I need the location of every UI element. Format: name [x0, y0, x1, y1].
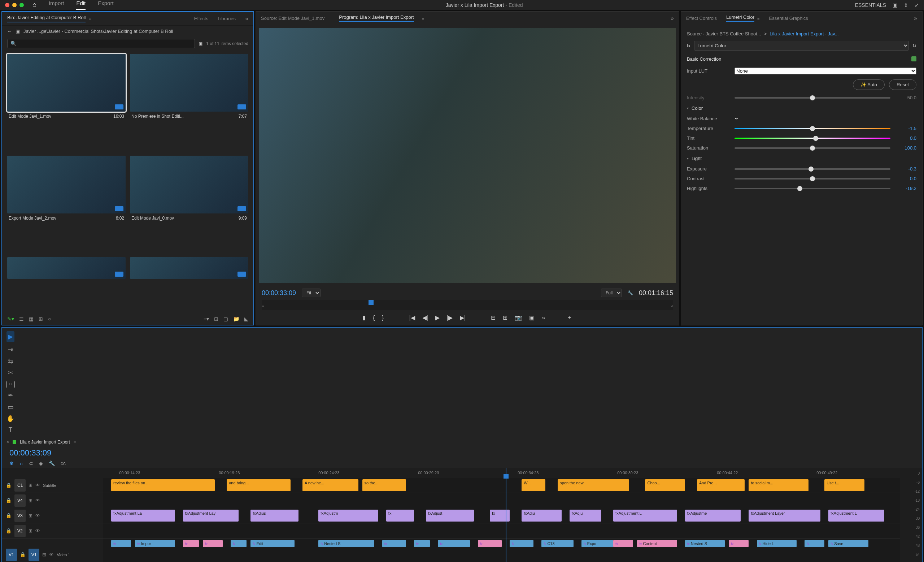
intensity-slider[interactable] — [735, 97, 890, 99]
timeline-clip[interactable]: A new he... — [303, 479, 358, 491]
timeline-clip[interactable]: Choo... — [645, 479, 685, 491]
track-target[interactable]: C1 — [14, 479, 26, 491]
timeline-clip[interactable]: fxAdjustment L — [828, 509, 884, 521]
type-tool-icon[interactable]: T — [9, 426, 13, 434]
target-seq-link[interactable]: Lila x Javier Import Export · Jav... — [770, 31, 838, 36]
add-marker-icon[interactable]: ▮ — [362, 314, 366, 321]
ripple-edit-icon[interactable]: ⇆ — [8, 357, 14, 365]
timeline-clip[interactable]: fx — [382, 540, 406, 547]
track-header[interactable]: 🔒V3⊞👁 — [2, 508, 103, 523]
param-value[interactable]: 0.0 — [895, 176, 916, 181]
timeline-clip[interactable]: to social m... — [748, 479, 808, 491]
track-header[interactable]: 🔒V4⊞👁 — [2, 493, 103, 508]
share-icon[interactable]: ⇪ — [904, 2, 908, 8]
zoom-right-select[interactable]: Full — [601, 289, 622, 297]
param-slider[interactable] — [735, 168, 890, 170]
libraries-tab[interactable]: Libraries — [218, 16, 236, 21]
snap-icon[interactable]: ❄ — [9, 460, 14, 466]
basic-enable-check[interactable] — [911, 56, 916, 62]
timeline-clip[interactable]: fxNested S — [318, 540, 374, 547]
sort-icon[interactable]: ○ — [48, 316, 51, 322]
sync-lock-icon[interactable]: ⊞ — [42, 552, 46, 557]
step-fwd-icon[interactable]: |▶ — [447, 314, 453, 321]
settings-icon[interactable]: 🔧 — [49, 460, 55, 466]
track-target[interactable]: V4 — [14, 494, 26, 507]
lock-icon[interactable]: 🔒 — [6, 513, 12, 518]
nav-edit[interactable]: Edit — [76, 0, 86, 10]
timeline-clip[interactable]: open the new... — [558, 479, 630, 491]
goto-out-icon[interactable]: ▶| — [460, 314, 466, 321]
timeline-clip[interactable]: fx — [804, 540, 824, 547]
fullscreen-icon[interactable]: ⤢ — [915, 2, 919, 8]
slip-tool-icon[interactable]: |↔| — [5, 380, 15, 388]
param-slider[interactable] — [735, 188, 890, 189]
timeline-clip[interactable]: fx — [729, 540, 748, 547]
program-tab[interactable]: Program: Lila x Javier Import Export — [339, 15, 414, 22]
auto-seq-icon[interactable]: ≡▾ — [204, 316, 209, 322]
clip-thumbnail[interactable] — [7, 257, 126, 309]
param-slider[interactable] — [735, 147, 890, 149]
play-icon[interactable]: ▶ — [435, 314, 440, 321]
timeline-clip[interactable]: fxAdjustment La — [111, 509, 175, 521]
effect-controls-tab[interactable]: Effect Controls — [686, 15, 717, 21]
eye-icon[interactable]: 👁 — [35, 498, 40, 503]
sequence-name[interactable]: Lila x Javier Import Export — [20, 440, 70, 445]
eye-icon[interactable]: 👁 — [49, 552, 54, 557]
timeline-clip[interactable]: fx — [111, 540, 131, 547]
effects-tab[interactable]: Effects — [194, 16, 208, 21]
sync-lock-icon[interactable]: ⊞ — [28, 513, 33, 518]
effect-select[interactable]: Lumetri Color — [694, 41, 909, 51]
clip-thumbnail[interactable]: Export Mode Javi_2.mov6:02 — [7, 156, 126, 253]
extract-icon[interactable]: ⊞ — [503, 314, 507, 321]
find-icon[interactable]: ⊡ — [214, 316, 218, 322]
fx-badge[interactable]: fx — [687, 43, 690, 48]
video-preview[interactable] — [259, 28, 676, 283]
icon-view-icon[interactable]: ▦ — [29, 316, 34, 322]
timeline-clip[interactable]: fxEdit — [250, 540, 294, 547]
freeform-icon[interactable]: ⊞ — [39, 316, 43, 322]
mark-out-icon[interactable]: } — [382, 315, 384, 321]
export-frame-icon[interactable]: 📷 — [515, 314, 522, 321]
panel-menu-icon[interactable]: ≡ — [88, 17, 91, 21]
source-tab[interactable]: Source: Edit Mode Javi_1.mov — [261, 15, 324, 21]
trash-icon[interactable]: ◣ — [244, 316, 248, 322]
timeline-clip[interactable]: fx — [438, 540, 470, 547]
param-value[interactable]: -1.5 — [895, 126, 916, 131]
param-value[interactable]: -19.2 — [895, 186, 916, 191]
track-target[interactable]: V1 — [28, 548, 40, 561]
settings-icon[interactable]: 🔧 — [628, 290, 633, 296]
source-patch[interactable]: V1 — [6, 548, 17, 561]
lock-icon[interactable]: 🔒 — [6, 528, 12, 533]
timeline-clip[interactable]: fx — [231, 540, 246, 547]
timeline-clip[interactable]: fxExpo — [582, 540, 613, 547]
param-value[interactable]: -0.3 — [895, 166, 916, 171]
timeline-clip[interactable]: fxAdjustment Layer — [748, 509, 820, 521]
more-icon[interactable]: » — [542, 315, 545, 321]
lock-icon[interactable]: 🔒 — [20, 552, 26, 557]
magnet-icon[interactable]: ∩ — [20, 460, 23, 466]
param-value[interactable]: 0.0 — [895, 135, 916, 141]
timeline-clip[interactable]: so the... — [362, 479, 406, 491]
compare-icon[interactable]: ▣ — [529, 314, 534, 321]
timeline-clip[interactable]: fx — [478, 540, 502, 547]
playhead-icon[interactable] — [369, 300, 374, 305]
timeline-clip[interactable]: fxAdjust — [426, 509, 474, 521]
new-bin-icon[interactable]: ▣ — [198, 41, 202, 46]
bin-tab[interactable]: Bin: Javier Editing at Computer B Roll — [7, 15, 86, 23]
nav-export[interactable]: Export — [98, 0, 113, 10]
timeline-clip[interactable]: review the files on ... — [111, 479, 215, 491]
panel-menu-icon[interactable]: ≡ — [757, 16, 759, 21]
timeline-clip[interactable]: fxImpor — [135, 540, 175, 547]
workspace-icon[interactable]: ▣ — [892, 2, 897, 8]
expand-icon[interactable]: » — [914, 15, 917, 22]
back-icon[interactable]: ← — [7, 29, 12, 34]
window-controls[interactable] — [5, 3, 24, 7]
add-button-icon[interactable]: ＋ — [567, 314, 573, 322]
list-view-icon[interactable]: ☰ — [19, 316, 24, 322]
sync-lock-icon[interactable]: ⊞ — [28, 482, 33, 488]
close-seq-icon[interactable]: × — [6, 440, 9, 445]
light-section[interactable]: Light — [687, 153, 916, 164]
timeline-clip[interactable]: fx — [386, 509, 414, 521]
auto-button[interactable]: ✨ Auto — [853, 80, 885, 90]
lumetri-color-tab[interactable]: Lumetri Color — [726, 15, 754, 22]
